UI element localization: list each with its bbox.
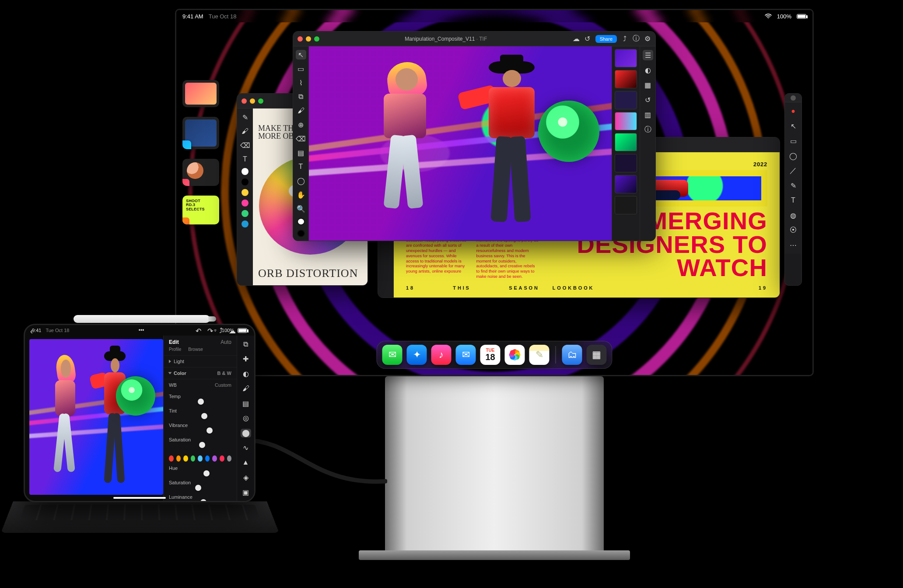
channels-tab-icon[interactable]: ▦ [643, 80, 653, 90]
shape-tool-icon[interactable]: ◯ [296, 176, 306, 186]
adjust-tab-icon[interactable]: ◐ [643, 65, 653, 75]
stage-tile-appstore[interactable] [182, 117, 219, 149]
stage-tile-music[interactable] [182, 159, 219, 186]
layer-thumb[interactable] [615, 49, 637, 67]
history-tab-icon[interactable]: ↺ [643, 94, 653, 105]
home-indicator[interactable] [113, 497, 166, 499]
dock-app-safari[interactable]: ✦ [407, 345, 427, 365]
ipad-canvas[interactable] [29, 339, 163, 495]
cloud-sync-icon[interactable]: ☁ [573, 35, 580, 42]
type-tool-icon[interactable]: T [296, 162, 306, 172]
stage-tile-keynote[interactable]: SHOOT RD.3 SELECTS [182, 196, 219, 224]
layer-thumb[interactable] [615, 112, 637, 130]
settings-icon[interactable]: ⚙ [644, 35, 651, 42]
back-button[interactable]: ‹ [30, 327, 33, 336]
eraser-tool-icon[interactable]: ⌫ [296, 134, 306, 144]
text-tool-icon[interactable]: T [240, 154, 250, 164]
optics-icon[interactable]: ◈ [241, 473, 251, 482]
tab-auto[interactable]: Auto [220, 339, 231, 345]
marquee-tool-icon[interactable]: ▭ [296, 64, 306, 74]
ellipse-icon[interactable]: ◯ [788, 150, 798, 161]
subtab-browse[interactable]: Browse [188, 347, 203, 352]
hand-tool-icon[interactable]: ✋ [296, 190, 306, 200]
layer-thumb[interactable] [615, 70, 637, 88]
share-button[interactable]: Share [595, 35, 617, 43]
swatch-pink[interactable] [242, 200, 248, 206]
photo-editor-window[interactable]: Manipulation_Composite_V11 · TIF ☁ ↺ Sha… [293, 31, 656, 241]
wifi-icon[interactable] [765, 14, 772, 19]
gradient-tool-icon[interactable]: ▤ [296, 148, 306, 158]
swatch-yellow[interactable] [242, 189, 248, 196]
background-color[interactable] [297, 230, 305, 237]
layer-thumb[interactable] [615, 196, 637, 214]
clone-tool-icon[interactable]: ⊕ [296, 120, 306, 130]
geometry-icon[interactable]: ▣ [241, 488, 251, 497]
swatch-black[interactable] [242, 178, 248, 186]
dock-app-calendar[interactable]: TUE 18 [480, 345, 500, 365]
floating-toolstrip[interactable]: ● ↖ ▭ ◯ ／ ✎ T ◍ ⦿ ⋯ [784, 93, 802, 286]
color-mix-swatches[interactable] [164, 454, 237, 462]
detail-icon[interactable]: ▲ [241, 458, 251, 467]
share-icon[interactable]: ⤴ [219, 327, 223, 335]
info-tab-icon[interactable]: ⓘ [643, 124, 653, 135]
cloud-icon[interactable]: ☁ [229, 327, 236, 335]
layer-thumb[interactable] [615, 154, 637, 172]
rect-icon[interactable]: ▭ [788, 136, 798, 146]
swatch-blue[interactable] [242, 220, 248, 228]
move-tool-icon[interactable]: ↖ [296, 50, 306, 60]
brush-tool-icon[interactable]: 🖌 [240, 126, 250, 136]
subtab-profile[interactable]: Profile [169, 347, 181, 352]
linear-grad-icon[interactable]: ▤ [241, 399, 251, 408]
more-icon[interactable]: ⋯ [788, 240, 798, 250]
redo-icon[interactable]: ↷ [207, 327, 213, 335]
crop-icon[interactable]: ⧉ [241, 340, 251, 349]
lasso-tool-icon[interactable]: ⌇ [296, 78, 306, 88]
swatch-green[interactable] [242, 210, 248, 217]
swatch-white[interactable] [242, 168, 248, 175]
history-icon[interactable]: ↺ [584, 35, 591, 42]
text-icon[interactable]: T [788, 195, 798, 206]
layer-thumb[interactable] [615, 133, 637, 151]
mask-icon[interactable]: ◐ [241, 370, 251, 378]
row-light[interactable]: Light [174, 359, 184, 364]
layers-tab-icon[interactable]: ☰ [643, 50, 653, 60]
tab-edit[interactable]: Edit [169, 339, 179, 345]
stage-tile-photos[interactable] [182, 80, 219, 107]
record-icon[interactable]: ● [788, 106, 798, 116]
line-icon[interactable]: ／ [788, 165, 798, 176]
export-icon[interactable]: ⤴ [621, 35, 628, 42]
row-color[interactable]: Color [174, 371, 186, 376]
undo-icon[interactable]: ↶ [196, 327, 201, 335]
eyedrop-icon[interactable]: ⦿ [788, 225, 798, 235]
pen-icon[interactable]: ✎ [788, 180, 798, 191]
pencil-tool-icon[interactable]: ✎ [240, 112, 250, 122]
layer-thumb[interactable] [615, 175, 637, 193]
curve-icon[interactable]: ∿ [241, 444, 251, 452]
dock-app-photos[interactable] [505, 345, 525, 365]
more-icon[interactable]: ⋯ [242, 327, 249, 335]
layer-thumb[interactable] [615, 91, 637, 109]
dock-app-notes[interactable]: ✎ [529, 345, 550, 365]
dock-app-messages[interactable]: ✉ [382, 345, 402, 365]
dock-app-mail[interactable]: ✉ [456, 345, 476, 365]
dock-app-music[interactable]: ♪ [431, 345, 452, 365]
brush-icon[interactable]: 🖌 [241, 384, 251, 393]
dock-app-files[interactable]: 🗂 [562, 345, 582, 365]
window-titlebar[interactable]: Manipulation_Composite_V11 · TIF ☁ ↺ Sha… [293, 32, 655, 46]
editor-canvas[interactable] [309, 46, 612, 241]
radial-grad-icon[interactable]: ◎ [241, 414, 251, 423]
bw-toggle[interactable]: B & W [217, 371, 231, 376]
wb-value[interactable]: Custom [215, 382, 231, 388]
eraser-tool-icon[interactable]: ⌫ [240, 140, 250, 150]
heal-icon[interactable]: ✚ [241, 355, 251, 364]
color-panel-icon[interactable]: ⬤ [241, 429, 251, 438]
info-icon[interactable]: ⓘ [633, 35, 640, 42]
fill-icon[interactable]: ◍ [788, 210, 798, 220]
pointer-icon[interactable]: ↖ [788, 121, 798, 131]
swatches-tab-icon[interactable]: ▥ [643, 109, 653, 120]
dock-app-launchpad[interactable]: ▦ [587, 345, 607, 365]
brush-tool-icon[interactable]: 🖌 [296, 106, 306, 116]
crop-tool-icon[interactable]: ⧉ [296, 92, 306, 102]
layers-panel[interactable] [612, 46, 640, 241]
zoom-tool-icon[interactable]: 🔍 [296, 204, 306, 214]
